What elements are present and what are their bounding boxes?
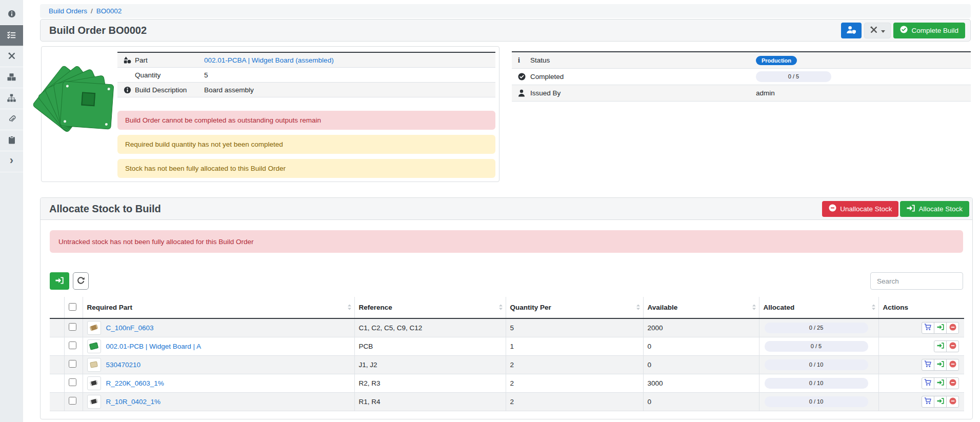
build-details-card: Part 002.01-PCBA | Widget Board (assembl… bbox=[41, 46, 499, 182]
table-header-row: Required Part Reference Quantity Per Ava… bbox=[50, 297, 964, 318]
sidebar-item-notes[interactable] bbox=[0, 130, 23, 151]
user-icon bbox=[518, 89, 530, 97]
cell-available: 3000 bbox=[643, 374, 759, 392]
sidebar-item-details[interactable] bbox=[0, 4, 23, 25]
part-link[interactable]: R_10R_0402_1% bbox=[106, 398, 161, 406]
header-available[interactable]: Available bbox=[643, 297, 759, 318]
header-reference[interactable]: Reference bbox=[354, 297, 506, 318]
cell-actions bbox=[878, 318, 964, 337]
header-quantity-per[interactable]: Quantity Per bbox=[506, 297, 643, 318]
build-status-table: i Status Production Completed 0 / 5 Issu… bbox=[512, 51, 971, 102]
sidebar-item-allocate[interactable] bbox=[0, 25, 23, 46]
build-actions-dropdown[interactable] bbox=[864, 23, 891, 38]
cell-actions bbox=[878, 355, 964, 374]
sort-icon bbox=[499, 304, 503, 311]
unallocate-stock-button[interactable] bbox=[946, 396, 959, 408]
required-parts-table: Required Part Reference Quantity Per Ava… bbox=[50, 297, 964, 411]
cell-available: 0 bbox=[643, 337, 759, 355]
allocate-stock-button[interactable] bbox=[934, 340, 947, 352]
sort-icon bbox=[752, 304, 756, 311]
breadcrumb-link-build-orders[interactable]: Build Orders bbox=[49, 7, 87, 15]
allocate-stock-button[interactable]: Allocate Stock bbox=[900, 201, 969, 217]
title-actions: Complete Build bbox=[841, 23, 965, 38]
minus-circle-icon bbox=[949, 360, 956, 369]
cell-select bbox=[64, 392, 83, 411]
cell-available: 2000 bbox=[643, 318, 759, 337]
admin-options-button[interactable] bbox=[841, 23, 862, 38]
sign-in-icon bbox=[55, 277, 64, 286]
row-checkbox[interactable] bbox=[69, 341, 76, 349]
info-circle-icon bbox=[8, 10, 16, 19]
row-checkbox[interactable] bbox=[69, 323, 76, 331]
minus-circle-icon bbox=[949, 397, 956, 406]
part-link[interactable]: 530470210 bbox=[106, 361, 141, 369]
row-checkbox[interactable] bbox=[69, 378, 76, 386]
refresh-icon bbox=[77, 276, 85, 286]
header-required-part[interactable]: Required Part bbox=[83, 297, 354, 318]
sidebar: › bbox=[0, 0, 23, 422]
status-badge: Production bbox=[756, 56, 797, 65]
allocate-stock-button[interactable] bbox=[934, 396, 947, 408]
section-title: Allocate Stock to Build bbox=[49, 203, 161, 215]
alert-quantity-incomplete: Required build quantity has not yet been… bbox=[117, 135, 495, 154]
cell-blank bbox=[50, 374, 64, 392]
breadcrumb-link-bo0002[interactable]: BO0002 bbox=[96, 7, 122, 15]
sign-in-icon bbox=[937, 398, 944, 406]
cell-blank bbox=[50, 318, 64, 337]
header-actions: Actions bbox=[878, 297, 964, 318]
table-toolbar bbox=[50, 272, 963, 290]
cell-select bbox=[64, 374, 83, 392]
cell-actions bbox=[878, 392, 964, 411]
cell-quantity-per: 1 bbox=[506, 337, 643, 355]
select-all-checkbox[interactable] bbox=[69, 303, 76, 311]
auto-allocate-button[interactable] bbox=[50, 272, 69, 290]
unallocate-stock-button[interactable] bbox=[946, 377, 959, 389]
sign-in-icon bbox=[937, 361, 944, 369]
cell-quantity-per: 5 bbox=[506, 318, 643, 337]
part-link[interactable]: R_220K_0603_1% bbox=[106, 379, 164, 387]
part-link[interactable]: 002.01-PCBA | Widget Board (assembled) bbox=[204, 56, 334, 64]
detail-row-description: Build Description Board assembly bbox=[117, 83, 495, 97]
header-allocated[interactable]: Allocated bbox=[759, 297, 878, 318]
table-row: R_10R_0402_1%R1, R4200 / 10 bbox=[50, 392, 964, 411]
allocate-stock-button[interactable] bbox=[934, 359, 947, 371]
unallocate-stock-button[interactable] bbox=[946, 322, 959, 334]
user-shield-icon bbox=[846, 26, 856, 35]
issued-by-label: Issued By bbox=[530, 89, 756, 97]
order-stock-button[interactable] bbox=[922, 396, 934, 408]
unallocate-stock-button[interactable] bbox=[946, 359, 959, 371]
order-stock-button[interactable] bbox=[922, 359, 934, 371]
caret-down-icon bbox=[881, 27, 885, 34]
minus-circle-icon bbox=[949, 379, 956, 388]
table-row: C_100nF_0603C1, C2, C5, C9, C12520000 / … bbox=[50, 318, 964, 337]
allocate-stock-button[interactable] bbox=[934, 377, 947, 389]
allocate-stock-button[interactable] bbox=[934, 322, 947, 334]
complete-build-button[interactable]: Complete Build bbox=[893, 23, 965, 38]
sidebar-collapse[interactable]: › bbox=[0, 151, 23, 172]
sidebar-item-children[interactable] bbox=[0, 88, 23, 109]
breadcrumb: Build Orders / BO0002 bbox=[40, 4, 971, 18]
cell-select bbox=[64, 318, 83, 337]
cell-quantity-per: 2 bbox=[506, 392, 643, 411]
sidebar-item-tools[interactable] bbox=[0, 46, 23, 67]
sidebar-item-attachments[interactable] bbox=[0, 109, 23, 130]
clipboard-icon bbox=[8, 136, 15, 146]
refresh-button[interactable] bbox=[73, 272, 89, 290]
sign-in-icon bbox=[937, 379, 944, 387]
cell-allocated: 0 / 10 bbox=[759, 355, 878, 374]
part-link[interactable]: 002.01-PCB | Widget Board | A bbox=[106, 343, 202, 350]
sidebar-item-outputs[interactable] bbox=[0, 67, 23, 88]
cart-icon bbox=[924, 324, 932, 332]
list-check-icon bbox=[7, 31, 16, 41]
search-input[interactable] bbox=[870, 272, 963, 290]
status-row: i Status Production bbox=[512, 52, 971, 69]
order-stock-button[interactable] bbox=[922, 322, 934, 334]
part-link[interactable]: C_100nF_0603 bbox=[106, 324, 154, 332]
unallocate-stock-button[interactable] bbox=[946, 340, 959, 352]
row-checkbox[interactable] bbox=[69, 397, 76, 405]
row-checkbox[interactable] bbox=[69, 360, 76, 368]
cell-reference: R1, R4 bbox=[354, 392, 506, 411]
cell-reference: R2, R3 bbox=[354, 374, 506, 392]
order-stock-button[interactable] bbox=[922, 377, 934, 389]
unallocate-stock-button[interactable]: Unallocate Stock bbox=[822, 201, 898, 217]
